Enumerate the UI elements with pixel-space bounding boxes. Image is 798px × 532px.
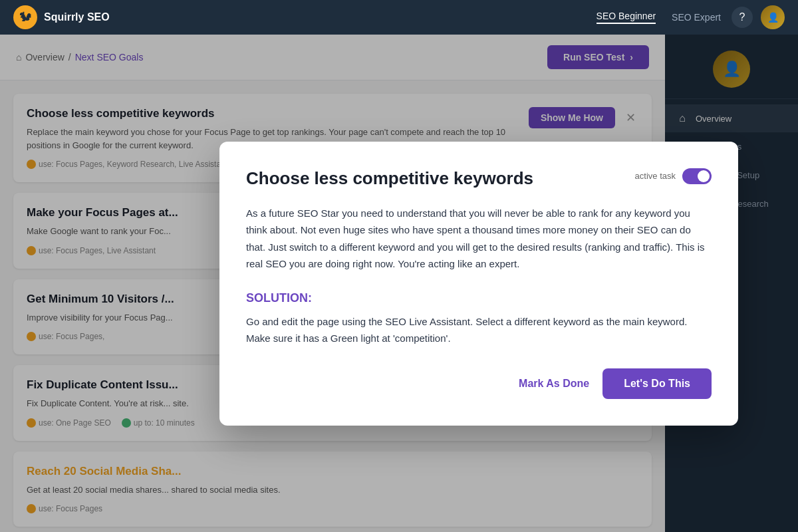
- nav-seo-beginner[interactable]: SEO Beginner: [597, 11, 656, 24]
- logo-squirrel-icon: 🐿: [19, 11, 31, 25]
- solution-text: Go and edit the page using the SEO Live …: [246, 313, 712, 347]
- nav-links: SEO Beginner SEO Expert: [597, 11, 721, 24]
- lets-do-this-button[interactable]: Let's Do This: [602, 368, 712, 399]
- active-task-area: active task: [635, 168, 712, 184]
- modal-body-text: As a future SEO Star you need to underst…: [246, 205, 712, 273]
- logo-area: 🐿 Squirrly SEO: [13, 5, 597, 29]
- nav-icons: ? 👤: [732, 5, 785, 29]
- solution-label: SOLUTION:: [246, 291, 712, 305]
- avatar-image: 👤: [761, 5, 785, 29]
- active-task-toggle[interactable]: [682, 168, 712, 184]
- logo-icon: 🐿: [13, 5, 37, 29]
- modal-footer: Mark As Done Let's Do This: [246, 368, 712, 399]
- modal-body: As a future SEO Star you need to underst…: [246, 205, 712, 273]
- modal-overlay: Choose less competitive keywords active …: [0, 35, 798, 532]
- modal-header: Choose less competitive keywords active …: [246, 168, 712, 189]
- mark-as-done-button[interactable]: Mark As Done: [519, 378, 589, 390]
- app-title: Squirrly SEO: [44, 11, 110, 23]
- user-avatar[interactable]: 👤: [761, 5, 785, 29]
- help-icon-btn[interactable]: ?: [732, 7, 753, 28]
- nav-seo-expert[interactable]: SEO Expert: [672, 12, 721, 23]
- active-task-label: active task: [635, 171, 676, 181]
- modal-dialog: Choose less competitive keywords active …: [219, 142, 738, 426]
- top-nav: 🐿 Squirrly SEO SEO Beginner SEO Expert ?…: [0, 0, 798, 35]
- modal-title: Choose less competitive keywords: [246, 168, 533, 189]
- question-mark-icon: ?: [739, 11, 745, 23]
